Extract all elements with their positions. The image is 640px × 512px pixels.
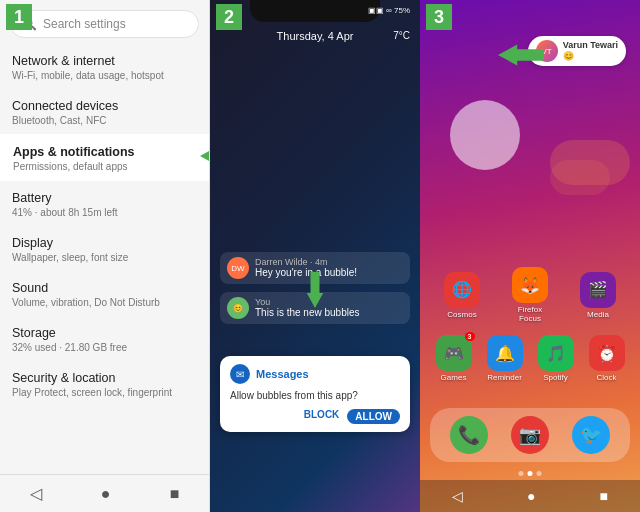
dock-phone[interactable]: 📞 [450, 416, 488, 454]
home-button[interactable]: ● [101, 485, 111, 503]
message-avatar-you: 😊 [227, 297, 249, 319]
app-icon-firefox: 🦊 [512, 267, 548, 303]
settings-item-security[interactable]: Security & location Play Protect, screen… [0, 361, 209, 406]
dock-twitter[interactable]: 🐦 [572, 416, 610, 454]
moon-decoration [450, 100, 520, 170]
phone-panel: 2 ▣▣ ∞ 75% Thursday, 4 Apr 7°C DW Darren… [210, 0, 420, 512]
search-bar[interactable]: 🔍 Search settings [10, 10, 199, 38]
app-label-media: Media [587, 310, 609, 319]
dot-3 [537, 471, 542, 476]
message-avatar: DW [227, 257, 249, 279]
settings-item-storage[interactable]: Storage 32% used · 21.80 GB free [0, 316, 209, 361]
settings-item-subtitle: Wi-Fi, mobile, data usage, hotspot [12, 70, 197, 81]
settings-item-title: Display [12, 236, 197, 250]
phone-temp: 7°C [393, 30, 410, 41]
settings-item-title: Apps & notifications [13, 145, 196, 159]
chip-text: Varun Tewari 😊 [563, 40, 618, 62]
bubble-actions: Block Allow [230, 409, 400, 424]
app-badge: 3 [465, 332, 475, 341]
navigation-bar: ◁ ● ■ [0, 474, 209, 512]
settings-item-apps[interactable]: Apps & notifications Permissions, defaul… [0, 134, 209, 181]
panel3-label: 3 [426, 4, 452, 30]
search-placeholder: Search settings [43, 17, 126, 31]
panel2-label: 2 [216, 4, 242, 30]
dot-1 [519, 471, 524, 476]
homescreen-panel: 3 VT Varun Tewari 😊 🌐 Cosmos [420, 0, 640, 512]
bubble-title: Messages [256, 368, 309, 380]
settings-item-sound[interactable]: Sound Volume, vibration, Do Not Disturb [0, 271, 209, 316]
app-icon-reminder: 🔔 [487, 335, 523, 371]
chip-emoji: 😊 [563, 51, 618, 62]
green-arrow-panel3 [498, 44, 544, 70]
icon-row-1: 🌐 Cosmos 🦊 Firefox Focus 🎬 Media [428, 267, 632, 323]
app-media[interactable]: 🎬 Media [577, 272, 619, 319]
phone-time: Thursday, 4 Apr [277, 30, 354, 42]
messages-icon: ✉ [230, 364, 250, 384]
settings-item-connected[interactable]: Connected devices Bluetooth, Cast, NFC [0, 89, 209, 134]
block-button[interactable]: Block [304, 409, 340, 424]
app-firefox[interactable]: 🦊 Firefox Focus [509, 267, 551, 323]
settings-item-subtitle: Volume, vibration, Do Not Disturb [12, 297, 197, 308]
app-games[interactable]: 🎮 3 Games [433, 335, 475, 382]
settings-item-subtitle: Play Protect, screen lock, fingerprint [12, 387, 197, 398]
settings-item-display[interactable]: Display Wallpaper, sleep, font size [0, 226, 209, 271]
settings-item-title: Connected devices [12, 99, 197, 113]
settings-item-title: Battery [12, 191, 197, 205]
app-label-firefox: Firefox Focus [509, 305, 551, 323]
chip-name: Varun Tewari [563, 40, 618, 51]
home-recents-button[interactable]: ■ [600, 488, 608, 504]
app-label-spotify: Spotify [543, 373, 567, 382]
svg-marker-0 [200, 147, 209, 164]
app-cosmos[interactable]: 🌐 Cosmos [441, 272, 483, 319]
phone-status: ▣▣ ∞ 75% [368, 6, 410, 15]
settings-item-subtitle: Wallpaper, sleep, font size [12, 252, 197, 263]
dock-bar: 📞 📷 🐦 [430, 408, 630, 462]
bubble-question: Allow bubbles from this app? [230, 390, 400, 401]
settings-item-title: Security & location [12, 371, 197, 385]
home-navigation-bar: ◁ ● ■ [420, 480, 640, 512]
settings-item-subtitle: Permissions, default apps [13, 161, 196, 172]
app-label-clock: Clock [596, 373, 616, 382]
cloud-decoration-2 [550, 160, 610, 195]
app-label-reminder: Reminder [487, 373, 522, 382]
bubble-header: ✉ Messages [230, 364, 400, 384]
bubble-permission-dialog: ✉ Messages Allow bubbles from this app? … [220, 356, 410, 432]
settings-item-subtitle: 41% · about 8h 15m left [12, 207, 197, 218]
app-icon-games: 🎮 3 [436, 335, 472, 371]
message-sender: Darren Wilde · 4m [255, 257, 357, 267]
green-arrow-panel2 [304, 272, 326, 312]
svg-marker-1 [307, 272, 324, 308]
settings-item-subtitle: 32% used · 21.80 GB free [12, 342, 197, 353]
back-button[interactable]: ◁ [30, 484, 42, 503]
settings-item-title: Network & internet [12, 54, 197, 68]
app-spotify[interactable]: 🎵 Spotify [535, 335, 577, 382]
settings-item-title: Storage [12, 326, 197, 340]
dock-camera[interactable]: 📷 [511, 416, 549, 454]
app-icons-grid: 🌐 Cosmos 🦊 Firefox Focus 🎬 Media 🎮 [420, 267, 640, 382]
settings-panel: 1 🔍 Search settings Network & internet W… [0, 0, 210, 512]
svg-marker-2 [498, 44, 544, 65]
home-back-button[interactable]: ◁ [452, 488, 463, 504]
home-dots [519, 471, 542, 476]
settings-item-battery[interactable]: Battery 41% · about 8h 15m left [0, 181, 209, 226]
app-reminder[interactable]: 🔔 Reminder [484, 335, 526, 382]
home-home-button[interactable]: ● [527, 488, 535, 504]
settings-item-subtitle: Bluetooth, Cast, NFC [12, 115, 197, 126]
allow-button[interactable]: Allow [347, 409, 400, 424]
app-clock[interactable]: ⏰ Clock [586, 335, 628, 382]
green-arrow-apps [200, 145, 209, 171]
panel1-label: 1 [6, 4, 32, 30]
phone-background: ▣▣ ∞ 75% Thursday, 4 Apr 7°C DW Darren W… [210, 0, 420, 512]
app-icon-clock: ⏰ [589, 335, 625, 371]
recents-button[interactable]: ■ [170, 485, 180, 503]
app-icon-media: 🎬 [580, 272, 616, 308]
settings-item-title: Sound [12, 281, 197, 295]
home-background: VT Varun Tewari 😊 🌐 Cosmos 🦊 Fi [420, 0, 640, 512]
app-label-games: Games [441, 373, 467, 382]
app-icon-spotify: 🎵 [538, 335, 574, 371]
settings-item-network[interactable]: Network & internet Wi-Fi, mobile, data u… [0, 44, 209, 89]
phone-notch [250, 0, 380, 22]
app-icon-cosmos: 🌐 [444, 272, 480, 308]
settings-list: Network & internet Wi-Fi, mobile, data u… [0, 44, 209, 474]
icon-row-2: 🎮 3 Games 🔔 Reminder 🎵 Spotify ⏰ Clock [428, 335, 632, 382]
